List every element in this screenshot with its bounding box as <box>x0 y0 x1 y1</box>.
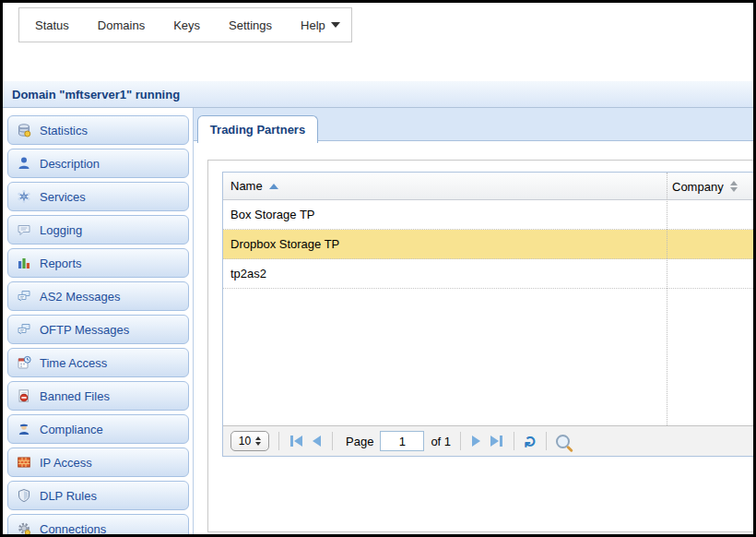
sidebar-item-time-access[interactable]: Time Access <box>7 348 189 377</box>
table-row[interactable]: tp2as2 <box>223 259 756 289</box>
column-header-company[interactable]: Company <box>672 173 738 200</box>
refresh-icon[interactable]: ↻ <box>523 435 538 448</box>
menu-item-keys[interactable]: Keys <box>173 18 200 32</box>
sidebar-item-description[interactable]: Description <box>7 149 189 178</box>
statistics-icon <box>17 123 31 137</box>
sort-ascending-icon <box>269 184 278 189</box>
services-icon <box>17 189 31 204</box>
menu-label: Domains <box>98 18 145 32</box>
sidebar-item-label: Reports <box>40 257 82 270</box>
tab-label: Trading Partners <box>210 123 305 137</box>
sidebar-item-reports[interactable]: Reports <box>7 248 189 278</box>
toolbar-separator <box>514 432 514 450</box>
of-pages-label: of 1 <box>431 435 451 448</box>
banned-file-icon <box>17 388 31 403</box>
officer-icon <box>17 422 31 436</box>
sidebar-item-banned-files[interactable]: Banned Files <box>7 381 189 411</box>
sidebar-item-services[interactable]: Services <box>7 182 189 211</box>
table-row-selected[interactable]: Dropbox Storage TP <box>223 230 756 259</box>
sidebar-item-oftp-messages[interactable]: OFTP Messages <box>7 315 189 344</box>
first-page-button[interactable] <box>289 434 304 448</box>
trading-partners-panel: Name Company Box Storage TP Dropbox Stor… <box>207 160 756 532</box>
toolbar-separator <box>546 432 547 450</box>
menu-label: Keys <box>173 18 200 32</box>
app-window: Status Domains Keys Settings Help Domain… <box>0 0 756 537</box>
sidebar-item-label: Time Access <box>40 356 107 370</box>
cell-name: Dropbox Storage TP <box>230 237 339 251</box>
sidebar-item-label: IP Access <box>40 456 92 470</box>
prev-page-icon <box>313 436 321 447</box>
menubar: Status Domains Keys Settings Help <box>18 7 352 42</box>
last-page-icon <box>490 436 499 447</box>
sidebar-item-label: DLP Rules <box>40 489 97 503</box>
bar-chart-icon <box>17 256 31 270</box>
menu-item-settings[interactable]: Settings <box>229 18 272 32</box>
firewall-icon <box>17 455 31 470</box>
sidebar-item-label: Banned Files <box>40 389 110 403</box>
prev-page-button[interactable] <box>311 434 323 448</box>
menu-label: Status <box>35 18 69 32</box>
page-size-select[interactable]: 10 <box>230 431 269 451</box>
sidebar-item-label: Services <box>40 190 86 204</box>
sidebar-item-statistics[interactable]: Statistics <box>7 115 189 145</box>
page-size-value: 10 <box>239 435 251 448</box>
sidebar-item-label: OFTP Messages <box>40 323 129 337</box>
column-label: Company <box>672 180 724 194</box>
sidebar: Statistics Description Services Logging … <box>3 108 193 534</box>
next-page-icon <box>472 436 480 447</box>
sidebar-item-label: Logging <box>40 223 82 237</box>
page-title: Domain "mftserver1" running <box>12 88 180 101</box>
menu-label: Settings <box>229 18 272 32</box>
trading-partners-table: Name Company Box Storage TP Dropbox Stor… <box>222 172 756 457</box>
column-label: Name <box>230 179 263 193</box>
column-header-name[interactable]: Name <box>230 179 278 193</box>
messages-icon <box>17 289 31 304</box>
sidebar-item-compliance[interactable]: Compliance <box>7 414 189 444</box>
main-content: Trading Partners Name Company <box>194 108 753 534</box>
first-page-icon <box>290 436 293 447</box>
column-divider <box>667 173 667 425</box>
menu-item-domains[interactable]: Domains <box>98 18 145 32</box>
sidebar-item-label: AS2 Messages <box>40 290 120 304</box>
page-number-input[interactable] <box>380 431 424 451</box>
select-spinner-icon <box>255 436 261 446</box>
table-header-row: Name Company <box>223 173 756 200</box>
sidebar-item-ip-access[interactable]: IP Access <box>7 448 189 477</box>
calendar-clock-icon <box>17 355 31 370</box>
messages-icon <box>17 322 31 337</box>
pagination-toolbar: 10 Page of 1 ↻ <box>223 425 756 456</box>
speech-bubble-icon <box>17 222 31 237</box>
toolbar-separator <box>332 432 333 450</box>
toolbar-separator <box>460 432 461 450</box>
sidebar-item-label: Description <box>40 157 100 171</box>
sidebar-item-label: Statistics <box>40 124 88 137</box>
sidebar-item-logging[interactable]: Logging <box>7 215 189 245</box>
chevron-down-icon <box>331 22 340 28</box>
tab-trading-partners[interactable]: Trading Partners <box>197 115 318 143</box>
menu-item-help[interactable]: Help <box>301 18 340 32</box>
user-icon <box>17 156 31 171</box>
sidebar-item-dlp-rules[interactable]: DLP Rules <box>7 481 189 510</box>
menu-item-status[interactable]: Status <box>35 18 69 32</box>
search-icon[interactable] <box>556 435 570 448</box>
next-page-button[interactable] <box>470 434 482 448</box>
cell-name: Box Storage TP <box>230 208 315 221</box>
gear-icon <box>17 521 31 534</box>
sidebar-item-connections[interactable]: Connections <box>7 514 189 534</box>
cell-name: tp2as2 <box>230 267 266 280</box>
sidebar-item-as2-messages[interactable]: AS2 Messages <box>7 281 189 311</box>
sidebar-item-label: Compliance <box>40 423 103 436</box>
toolbar-separator <box>278 432 279 450</box>
last-page-button[interactable] <box>489 434 504 448</box>
shield-icon <box>17 488 31 503</box>
sort-icon <box>730 181 738 192</box>
sidebar-item-label: Connections <box>40 522 106 535</box>
domain-status-bar: Domain "mftserver1" running <box>3 81 753 108</box>
page-label: Page <box>346 435 373 448</box>
table-row[interactable]: Box Storage TP <box>223 200 756 230</box>
menu-label: Help <box>301 18 325 32</box>
